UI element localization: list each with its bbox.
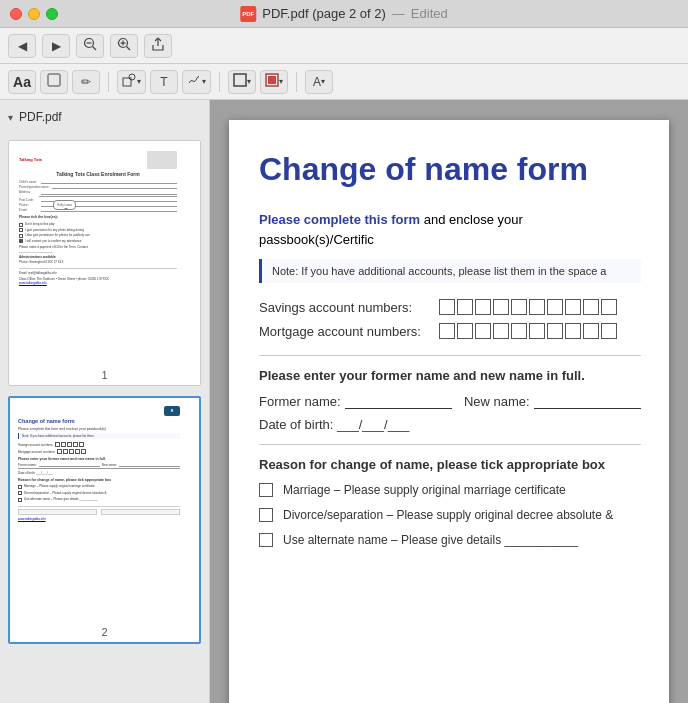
- savings-boxes: [439, 299, 617, 315]
- mortgage-box-10[interactable]: [601, 323, 617, 339]
- maximize-button[interactable]: [46, 8, 58, 20]
- savings-box-1[interactable]: [439, 299, 455, 315]
- draw-button[interactable]: ✏: [72, 70, 100, 94]
- border-chevron-icon: ▾: [247, 77, 251, 86]
- text-button[interactable]: T: [150, 70, 178, 94]
- mortgage-box-3[interactable]: [475, 323, 491, 339]
- name-section-title: Please enter your former name and new na…: [259, 368, 641, 383]
- text-select-button[interactable]: [40, 70, 68, 94]
- signature-chevron-icon: ▾: [202, 77, 206, 86]
- svg-point-9: [129, 74, 135, 80]
- account-section: Savings account numbers:: [259, 299, 641, 339]
- page-1-label: 1: [13, 369, 196, 381]
- toolbar-separator-1: [108, 72, 109, 92]
- thumb-form-2: M Change of name form Please complete th…: [14, 402, 184, 525]
- text-select-icon: [47, 73, 61, 90]
- savings-box-7[interactable]: [547, 299, 563, 315]
- pdf-complete-intro: Please complete this form and enclose yo…: [259, 210, 641, 249]
- savings-box-2[interactable]: [457, 299, 473, 315]
- savings-row: Savings account numbers:: [259, 299, 641, 315]
- font-button[interactable]: Aa: [8, 70, 36, 94]
- svg-rect-7: [48, 74, 60, 86]
- svg-line-1: [93, 47, 97, 51]
- content-area: Change of name form Please complete this…: [210, 100, 688, 703]
- checkbox-divorce-label: Divorce/separation – Please supply origi…: [283, 507, 641, 524]
- svg-rect-10: [234, 74, 246, 86]
- page-thumbnail-1[interactable]: Talking Tots Talking Tots Class Enrolmen…: [8, 140, 201, 386]
- dob-label: Date of birth: ___/___/___: [259, 417, 409, 432]
- pencil-icon: ✏: [81, 75, 91, 89]
- divider-2: [259, 444, 641, 445]
- mortgage-label: Mortgage account numbers:: [259, 324, 439, 339]
- border-icon: [233, 73, 247, 90]
- collapse-triangle-icon[interactable]: ▾: [8, 112, 13, 123]
- fill-icon: [265, 73, 279, 90]
- fill-color-button[interactable]: ▾: [260, 70, 288, 94]
- savings-box-3[interactable]: [475, 299, 491, 315]
- sidebar-header: ▾ PDF.pdf: [8, 108, 201, 130]
- text-icon: T: [160, 75, 167, 89]
- titlebar: PDF PDF.pdf (page 2 of 2) — Edited: [0, 0, 688, 28]
- signature-icon: [187, 73, 201, 90]
- savings-box-4[interactable]: [493, 299, 509, 315]
- savings-box-6[interactable]: [529, 299, 545, 315]
- thumb-form-1: Talking Tots Talking Tots Class Enrolmen…: [13, 145, 183, 291]
- savings-box-10[interactable]: [601, 299, 617, 315]
- checkbox-marriage-label: Marriage – Please supply original marria…: [283, 482, 641, 499]
- font-color-chevron-icon: ▾: [321, 77, 325, 86]
- font-color-button[interactable]: A ▾: [305, 70, 333, 94]
- checkbox-marriage[interactable]: [259, 483, 273, 497]
- savings-box-5[interactable]: [511, 299, 527, 315]
- thumb-content-1: Talking Tots Talking Tots Class Enrolmen…: [13, 145, 183, 365]
- checkbox-alternate[interactable]: [259, 533, 273, 547]
- pdf-note-box: Note: If you have additional accounts, p…: [259, 259, 641, 283]
- mortgage-box-8[interactable]: [565, 323, 581, 339]
- shapes-button[interactable]: ▾: [117, 70, 146, 94]
- pdf-file-icon: PDF: [240, 6, 256, 22]
- mortgage-box-5[interactable]: [511, 323, 527, 339]
- border-color-button[interactable]: ▾: [228, 70, 256, 94]
- edited-label: —: [392, 6, 405, 21]
- new-name-label: New name:: [464, 394, 530, 409]
- mortgage-boxes: [439, 323, 617, 339]
- pdf-note-text: Note: If you have additional accounts, p…: [272, 265, 606, 277]
- shapes-chevron-icon: ▾: [137, 77, 141, 86]
- zoom-in-button[interactable]: [110, 34, 138, 58]
- pdf-main-title: Change of name form: [259, 150, 641, 188]
- toolbar-navigation: ◀ ▶: [0, 28, 688, 64]
- nav-forward-button[interactable]: ▶: [42, 34, 70, 58]
- mortgage-box-1[interactable]: [439, 323, 455, 339]
- signature-button[interactable]: ▾: [182, 70, 211, 94]
- checkbox-row-alternate: Use alternate name – Please give details…: [259, 532, 641, 549]
- fill-chevron-icon: ▾: [279, 77, 283, 86]
- toolbar-markup: Aa ✏ ▾ T ▾ ▾ ▾ A ▾: [0, 64, 688, 100]
- former-name-field[interactable]: [345, 393, 452, 409]
- shapes-icon: [122, 73, 136, 90]
- new-name-field[interactable]: [534, 393, 641, 409]
- font-color-icon: A: [313, 75, 321, 89]
- sidebar-panel: ▾ PDF.pdf Talking Tots Talking Tots Clas…: [0, 100, 210, 703]
- checkbox-row-divorce: Divorce/separation – Please supply origi…: [259, 507, 641, 524]
- divider-1: [259, 355, 641, 356]
- title-text: PDF.pdf (page 2 of 2): [262, 6, 386, 21]
- chevron-left-icon: ◀: [18, 39, 27, 53]
- minimize-button[interactable]: [28, 8, 40, 20]
- nav-back-button[interactable]: ◀: [8, 34, 36, 58]
- mortgage-box-4[interactable]: [493, 323, 509, 339]
- former-name-row: Former name: New name:: [259, 393, 641, 409]
- mortgage-box-7[interactable]: [547, 323, 563, 339]
- zoom-out-button[interactable]: [76, 34, 104, 58]
- svg-line-4: [127, 47, 131, 51]
- page-thumbnail-2[interactable]: M Change of name form Please complete th…: [8, 396, 201, 644]
- savings-box-9[interactable]: [583, 299, 599, 315]
- complete-bold-text: Please complete this form: [259, 212, 420, 227]
- checkbox-divorce[interactable]: [259, 508, 273, 522]
- share-button[interactable]: [144, 34, 172, 58]
- mortgage-box-6[interactable]: [529, 323, 545, 339]
- traffic-lights: [10, 8, 58, 20]
- mortgage-box-9[interactable]: [583, 323, 599, 339]
- close-button[interactable]: [10, 8, 22, 20]
- savings-box-8[interactable]: [565, 299, 581, 315]
- edited-text: Edited: [411, 6, 448, 21]
- mortgage-box-2[interactable]: [457, 323, 473, 339]
